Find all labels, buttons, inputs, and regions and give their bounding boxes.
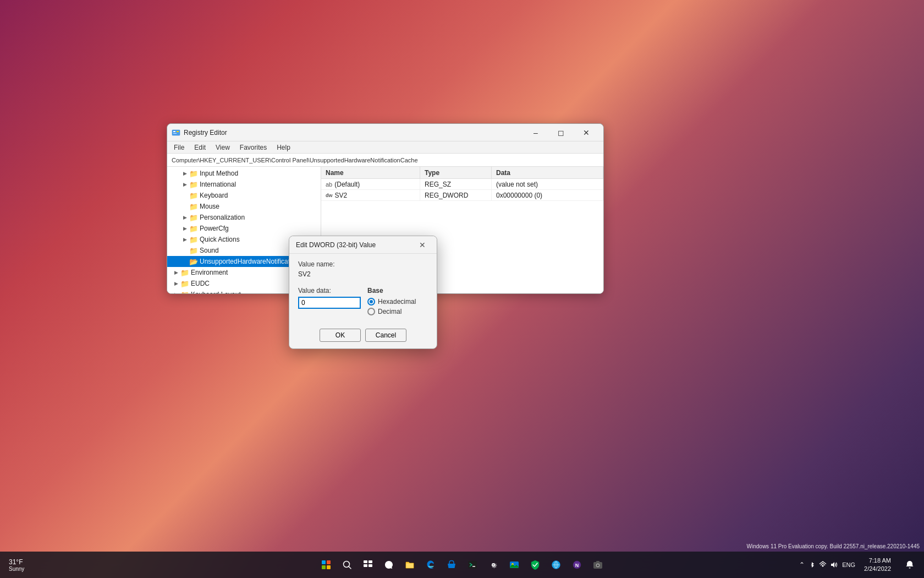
radio-hex-circle [367,298,375,306]
base-title: Base [367,287,428,295]
radio-dec-circle [367,308,375,315]
cancel-button[interactable]: Cancel [365,329,406,342]
dialog-row: Value data: Base Hexadecimal Decimal [298,287,428,318]
radio-hex-label: Hexadecimal [378,298,416,306]
dialog-buttons: OK Cancel [289,324,437,348]
radio-dec-label: Decimal [378,308,402,315]
desktop: Registry Editor – ◻ ✕ File Edit View Fav… [0,0,924,578]
value-data-group: Value data: [298,287,361,309]
value-name-label: Value name: [298,260,428,268]
dialog-overlay: Edit DWORD (32-bit) Value ✕ Value name: … [0,0,924,578]
base-group: Base Hexadecimal Decimal [367,287,428,318]
dialog-close-button[interactable]: ✕ [415,237,430,253]
value-data-input[interactable] [298,297,361,309]
radio-hexadecimal[interactable]: Hexadecimal [367,298,428,306]
dialog-body: Value name: SV2 Value data: Base Hexadec… [289,254,437,324]
radio-decimal[interactable]: Decimal [367,308,428,315]
ok-button[interactable]: OK [320,329,361,342]
value-data-label: Value data: [298,287,361,295]
value-name-display: SV2 [298,270,428,280]
dialog-titlebar: Edit DWORD (32-bit) Value ✕ [289,236,437,254]
dialog-title: Edit DWORD (32-bit) Value [296,241,415,249]
edit-dword-dialog: Edit DWORD (32-bit) Value ✕ Value name: … [289,236,437,349]
